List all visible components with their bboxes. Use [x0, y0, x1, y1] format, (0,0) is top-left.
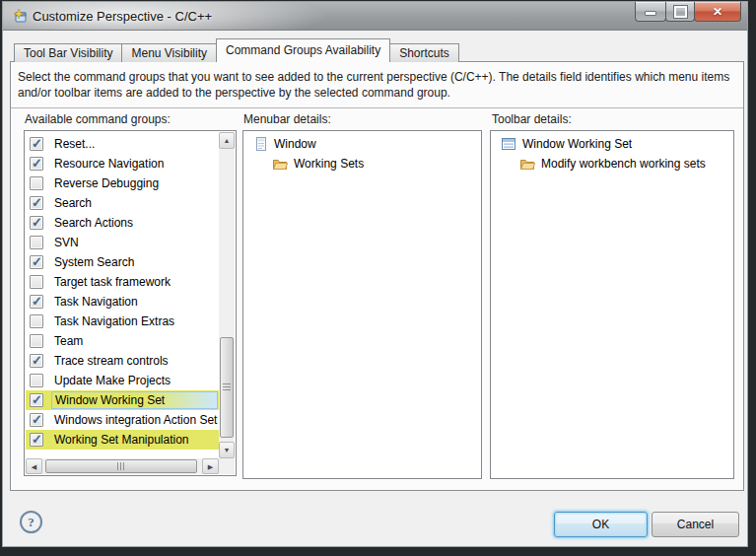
help-icon: ? — [28, 515, 34, 530]
scroll-left-icon: ◀ — [32, 463, 36, 470]
tab-bar: Tool Bar Visibility Menu Visibility Comm… — [14, 38, 459, 62]
tree-item-label: Window Working Set — [522, 137, 632, 151]
description-text: Select the command groups that you want … — [11, 62, 742, 101]
tab-shortcuts[interactable]: Shortcuts — [389, 43, 459, 62]
ok-button[interactable]: OK — [554, 512, 648, 537]
checkbox[interactable] — [30, 354, 43, 368]
list-item[interactable]: Task Navigation Extras — [26, 312, 219, 331]
scroll-down-icon: ▼ — [224, 447, 231, 453]
list-item[interactable]: Windows integration Action Set — [26, 410, 219, 430]
tab-tool-bar-visibility[interactable]: Tool Bar Visibility — [14, 43, 122, 62]
list-item[interactable]: Reverse Debugging — [26, 174, 219, 193]
tab-menu-visibility[interactable]: Menu Visibility — [121, 43, 216, 62]
open-folder-icon — [519, 157, 535, 171]
tree-item-label: Working Sets — [294, 157, 364, 171]
list-item[interactable]: Team — [26, 331, 219, 351]
checkbox[interactable] — [30, 176, 43, 190]
scrollbar-corner — [219, 458, 235, 474]
list-item[interactable]: Trace stream controls — [26, 351, 219, 371]
menu-document-icon — [253, 136, 268, 152]
checkbox[interactable] — [30, 196, 43, 210]
vertical-scroll-thumb[interactable] — [220, 337, 234, 438]
list-item[interactable]: Window Working Set — [26, 390, 219, 410]
tree-item-window[interactable]: Window — [243, 134, 481, 154]
command-group-listbox: Reset... Resource Navigation Reverse Deb… — [24, 130, 237, 476]
list-item-label: Reset... — [51, 137, 98, 151]
ok-button-label: OK — [592, 518, 609, 531]
scroll-grip-icon — [223, 383, 231, 391]
checkbox[interactable] — [30, 236, 43, 249]
cancel-button[interactable]: Cancel — [652, 512, 739, 537]
tree-item-window-working-set[interactable]: Window Working Set — [491, 134, 733, 154]
list-item[interactable]: Search — [26, 193, 219, 213]
list-item-label: Working Set Manipulation — [51, 433, 192, 447]
minimize-button[interactable] — [635, 2, 666, 22]
list-item-label: Reverse Debugging — [51, 176, 162, 190]
list-item-label: Task Navigation — [51, 295, 141, 309]
scroll-grip-icon — [117, 462, 125, 470]
list-item[interactable]: Reset... — [26, 134, 219, 154]
tree-item-modify-workbench-working-sets[interactable]: Modify workbench working sets — [491, 154, 733, 174]
checkbox[interactable] — [30, 334, 43, 348]
checkbox[interactable] — [30, 374, 43, 387]
list-item[interactable]: Task Navigation — [26, 292, 219, 312]
list-item[interactable]: System Search — [26, 252, 219, 272]
checkbox[interactable] — [30, 137, 43, 151]
scroll-right-icon: ▶ — [208, 463, 213, 470]
menubar-details-header: Menubar details: — [243, 112, 331, 126]
checkbox[interactable] — [30, 393, 43, 407]
checkbox[interactable] — [30, 295, 43, 309]
customize-perspective-icon — [11, 8, 27, 24]
cancel-button-label: Cancel — [677, 518, 714, 531]
list-item-label: Windows integration Action Set — [51, 413, 219, 427]
list-item[interactable]: Search Actions — [26, 213, 219, 233]
maximize-icon — [674, 6, 687, 18]
list-item-label: Resource Navigation — [51, 157, 167, 171]
minimize-icon — [645, 11, 656, 16]
dialog-window: Customize Perspective - C/C++ ✕ Tool Bar… — [2, 1, 748, 547]
list-item-label: System Search — [51, 255, 137, 269]
checkbox[interactable] — [30, 157, 43, 171]
tree-item-label: Window — [274, 137, 316, 151]
checkbox[interactable] — [30, 216, 43, 230]
tab-command-groups-availability[interactable]: Command Groups Availability — [216, 38, 390, 62]
checkbox[interactable] — [30, 275, 43, 289]
tab-page: Select the command groups that you want … — [10, 61, 744, 491]
window-controls: ✕ — [636, 2, 741, 22]
scroll-up-button[interactable]: ▲ — [219, 132, 235, 149]
close-button[interactable]: ✕ — [694, 2, 741, 22]
scroll-up-icon: ▲ — [224, 137, 231, 144]
scroll-right-button[interactable]: ▶ — [202, 458, 219, 474]
toolbar-details-panel: Window Working Set Modify workbench work… — [490, 130, 734, 479]
tree-item-working-sets[interactable]: Working Sets — [243, 154, 481, 174]
horizontal-scroll-thumb[interactable] — [45, 459, 197, 473]
list-item-label: Task Navigation Extras — [51, 314, 177, 328]
horizontal-scrollbar[interactable]: ◀ ▶ — [26, 458, 219, 474]
help-button[interactable]: ? — [20, 511, 42, 533]
list-item-label: SVN — [51, 236, 82, 249]
checkbox[interactable] — [30, 255, 43, 269]
title-bar[interactable]: Customize Perspective - C/C++ ✕ — [3, 2, 747, 31]
open-folder-icon — [272, 157, 288, 171]
checkbox[interactable] — [30, 413, 43, 427]
available-groups-header: Available command groups: — [25, 112, 171, 126]
scroll-left-button[interactable]: ◀ — [26, 458, 42, 474]
list-item-label: Search — [51, 196, 95, 210]
checkbox[interactable] — [30, 314, 43, 328]
list-item[interactable]: Update Make Projects — [26, 371, 219, 390]
command-group-list: Reset... Resource Navigation Reverse Deb… — [26, 132, 219, 458]
list-item-label: Search Actions — [51, 216, 136, 230]
list-item[interactable]: Working Set Manipulation — [26, 430, 219, 450]
list-item-label: Update Make Projects — [51, 374, 173, 387]
scroll-down-button[interactable]: ▼ — [219, 442, 235, 458]
maximize-button[interactable] — [665, 2, 695, 22]
list-item[interactable]: Resource Navigation — [26, 154, 219, 174]
list-item-label: Trace stream controls — [51, 354, 172, 368]
toolbar-window-icon — [501, 137, 516, 151]
tree-item-label: Modify workbench working sets — [541, 157, 706, 171]
list-item[interactable]: SVN — [26, 233, 219, 252]
vertical-scrollbar[interactable]: ▲ ▼ — [219, 132, 235, 458]
list-item-label: Team — [51, 334, 86, 348]
checkbox[interactable] — [30, 433, 43, 447]
list-item[interactable]: Target task framework — [26, 272, 219, 292]
